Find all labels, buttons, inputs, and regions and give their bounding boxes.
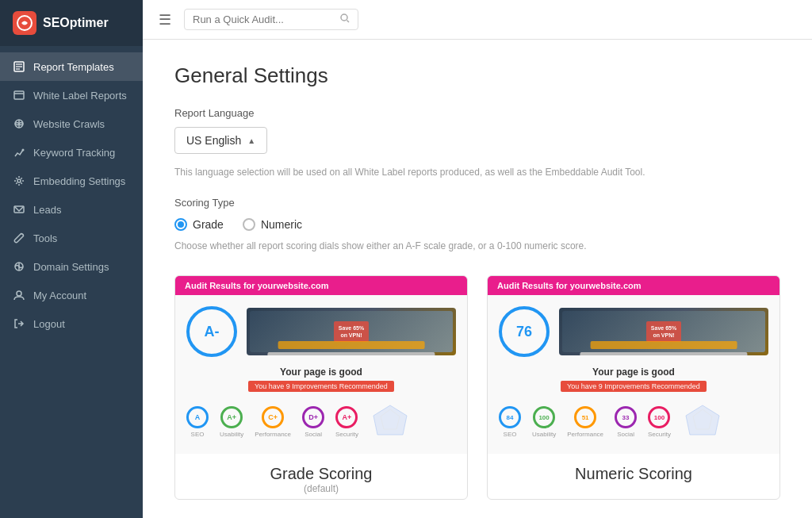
grade-preview-header: Audit Results for yourwebsite.com [175, 276, 467, 295]
grade-mini-circles: A SEO A+ Usability C+ Performance [186, 401, 456, 443]
dropdown-arrow-icon: ▲ [247, 136, 255, 145]
grade-label-text: Grade Scoring [175, 465, 467, 483]
numeric-preview-inner: Audit Results for yourwebsite.com 76 Sav… [488, 276, 779, 454]
sidebar-item-logout[interactable]: Logout [0, 309, 143, 338]
language-value: US English [186, 134, 241, 147]
grade-card-label: Grade Scoring (default) [175, 454, 467, 499]
grade-usability-ring: A+ [220, 406, 243, 428]
content-area: General Settings Report Language US Engl… [143, 40, 812, 518]
numeric-mini-circles: 84 SEO 100 Usability 51 Performance [499, 401, 768, 443]
sidebar-item-my-account[interactable]: My Account [0, 281, 143, 309]
logout-icon [13, 317, 25, 330]
radio-numeric-label: Numeric [261, 218, 302, 231]
grade-security-ring: A+ [335, 406, 358, 428]
sidebar: SEOptimer Report Templates White Label R… [0, 0, 143, 518]
scoring-radio-group: Grade Numeric [174, 218, 780, 231]
grade-mini-social: D+ Social [302, 406, 324, 438]
sidebar-logo: SEOptimer [0, 0, 143, 46]
svg-marker-17 [373, 405, 407, 435]
language-dropdown[interactable]: US English ▲ [174, 127, 267, 154]
numeric-mini-social: 33 Social [615, 406, 637, 438]
radio-numeric[interactable]: Numeric [243, 218, 302, 231]
domain-settings-icon [13, 260, 25, 273]
sidebar-item-label-domain-settings: Domain Settings [33, 261, 109, 273]
grade-mini-performance: C+ Performance [255, 406, 291, 438]
numeric-usability-ring: 100 [533, 406, 555, 428]
grade-preview-top: A- Save 65%on VPN! [186, 306, 456, 357]
svg-point-10 [17, 179, 21, 182]
report-language-label: Report Language [174, 107, 780, 119]
logo-icon [13, 11, 36, 35]
language-helper-text: This language selection will be used on … [174, 165, 682, 179]
numeric-seo-ring: 84 [499, 406, 521, 428]
search-icon [340, 13, 350, 25]
sidebar-item-leads[interactable]: Leads [0, 195, 143, 224]
grade-warning-text: You have 9 Improvements Recommended [248, 381, 394, 392]
scoring-helper-text: Choose whether all report scoring dials … [174, 239, 682, 253]
numeric-performance-ring: 51 [574, 406, 596, 428]
sidebar-item-white-label-reports[interactable]: White Label Reports [0, 81, 143, 109]
numeric-mini-usability: 100 Usability [532, 406, 556, 438]
radio-grade[interactable]: Grade [174, 218, 224, 231]
svg-line-16 [347, 21, 350, 23]
sidebar-item-embedding-settings[interactable]: Embedding Settings [0, 167, 143, 195]
main-area: ☰ General Settings Report Language US En… [143, 0, 812, 518]
sidebar-item-domain-settings[interactable]: Domain Settings [0, 252, 143, 281]
numeric-preview-body: 76 Save 65%on VPN! Your page is good You… [488, 295, 779, 454]
grade-score-value: A- [205, 324, 220, 340]
svg-point-9 [22, 149, 25, 152]
grade-seo-ring: A [186, 406, 209, 428]
sidebar-item-website-crawls[interactable]: Website Crawls [0, 109, 143, 138]
numeric-mini-security: 100 Security [648, 406, 671, 438]
preview-row: Audit Results for yourwebsite.com A- Sav… [174, 275, 780, 500]
numeric-screenshot-placeholder: Save 65%on VPN! [559, 308, 768, 355]
sidebar-item-label-embedding-settings: Embedding Settings [33, 175, 125, 187]
keyword-tracking-icon [13, 146, 25, 159]
page-title: General Settings [174, 63, 780, 88]
numeric-preview-header: Audit Results for yourwebsite.com [488, 276, 779, 295]
numeric-security-ring: 100 [648, 406, 670, 428]
svg-point-14 [17, 291, 21, 296]
grade-radar-chart [370, 401, 411, 443]
grade-mini-seo: A SEO [186, 406, 209, 438]
search-input[interactable] [193, 13, 335, 25]
numeric-score-value: 76 [516, 324, 532, 340]
radio-grade-indicator [174, 218, 187, 231]
sidebar-item-keyword-tracking[interactable]: Keyword Tracking [0, 138, 143, 167]
logo-text: SEOptimer [43, 16, 109, 30]
sidebar-item-label-report-templates: Report Templates [33, 61, 114, 73]
svg-marker-19 [686, 405, 719, 435]
grade-good-text: Your page is good [280, 366, 362, 378]
numeric-card-label: Numeric Scoring [488, 454, 779, 488]
grade-screenshot-placeholder: Save 65%on VPN! [247, 308, 456, 355]
grade-preview-inner: Audit Results for yourwebsite.com A- Sav… [175, 276, 467, 454]
numeric-preview-top: 76 Save 65%on VPN! [499, 306, 768, 357]
svg-rect-5 [14, 91, 24, 99]
sidebar-item-label-logout: Logout [33, 318, 65, 330]
website-crawls-icon [13, 117, 25, 130]
sidebar-item-label-white-label: White Label Reports [33, 90, 127, 102]
radio-grade-label: Grade [193, 218, 224, 231]
sidebar-item-label-leads: Leads [33, 204, 61, 216]
numeric-radar-chart [682, 401, 723, 443]
sidebar-item-label-website-crawls: Website Crawls [33, 118, 105, 130]
numeric-good-text: Your page is good [592, 366, 675, 378]
grade-preview-body: A- Save 65%on VPN! Your page is good You… [175, 295, 467, 454]
my-account-icon [13, 289, 25, 301]
numeric-label-text: Numeric Scoring [488, 465, 779, 483]
numeric-social-ring: 33 [615, 406, 637, 428]
grade-social-ring: D+ [302, 406, 324, 428]
sidebar-item-tools[interactable]: Tools [0, 224, 143, 252]
search-bar[interactable] [184, 9, 358, 30]
radio-numeric-indicator [243, 218, 255, 231]
hamburger-icon: ☰ [159, 12, 171, 28]
white-label-icon [13, 89, 25, 102]
grade-sublabel-text: (default) [175, 483, 467, 494]
numeric-warning-text: You have 9 Improvements Recommended [561, 381, 707, 392]
sidebar-item-label-tools: Tools [33, 232, 57, 244]
grade-score-circle: A- [186, 306, 237, 357]
menu-button[interactable]: ☰ [155, 8, 174, 32]
sidebar-item-report-templates[interactable]: Report Templates [0, 52, 143, 81]
numeric-score-circle: 76 [499, 306, 550, 357]
svg-point-15 [341, 14, 347, 21]
